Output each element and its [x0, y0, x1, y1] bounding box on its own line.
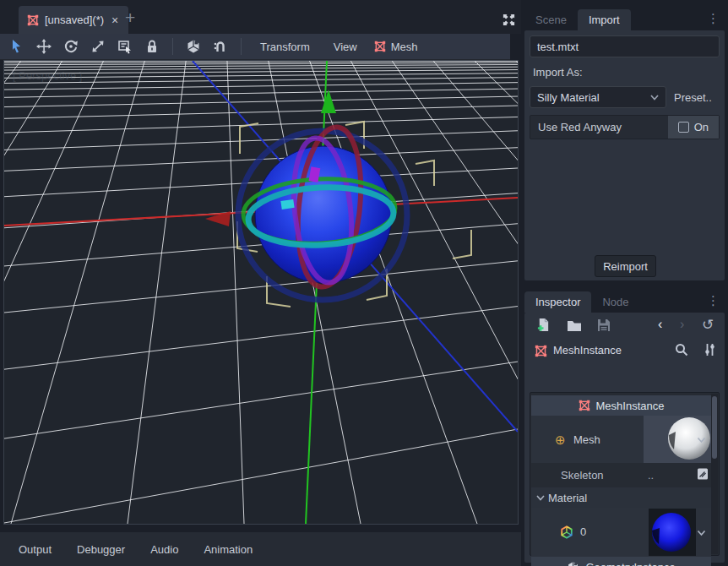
mesh-type-icon: ⊕	[555, 433, 566, 448]
import-dock-tabs: Scene Import	[524, 6, 725, 30]
view-menu[interactable]: View	[327, 41, 364, 53]
toolbar-separator	[172, 38, 173, 55]
select-tool-icon[interactable]	[8, 38, 25, 55]
distraction-free-icon[interactable]	[502, 13, 516, 27]
new-resource-icon[interactable]	[536, 318, 551, 333]
material-preview-thumbnail[interactable]	[649, 509, 696, 556]
option-label: Use Red Anyway	[530, 121, 622, 133]
import-filename: test.mtxt	[537, 41, 579, 53]
mesh-property-label: Mesh	[573, 433, 600, 446]
import-type-dropdown[interactable]: Silly Material	[530, 86, 666, 108]
godot-editor-window: [unsaved](*) × +	[0, 0, 728, 566]
mesh-menu[interactable]: Mesh	[374, 41, 418, 53]
reimport-button[interactable]: Reimport	[595, 255, 656, 277]
history-icon[interactable]: ↺	[702, 316, 714, 334]
meshinstance-icon	[374, 41, 386, 52]
spatial-toolbar: Transform View Mesh	[0, 34, 510, 60]
meshinstance-icon	[579, 400, 590, 411]
gizmo-handle-cyan[interactable]	[280, 199, 294, 210]
import-type-value: Silly Material	[537, 91, 600, 104]
skeleton-value[interactable]: ..	[648, 469, 654, 482]
meshinstance-icon	[535, 345, 547, 357]
option-value-label: On	[694, 121, 709, 133]
skeleton-property-label: Skeleton	[561, 469, 604, 482]
section-meshinstance-label: MeshInstance	[596, 400, 665, 412]
bottom-tab-animation[interactable]: Animation	[197, 540, 259, 559]
bottom-panel-bar: Output Debugger Audio Animation	[0, 532, 521, 566]
cube-icon	[567, 561, 579, 566]
material-section-row[interactable]: Material	[531, 487, 711, 508]
tab-node[interactable]: Node	[591, 291, 639, 313]
inspector-dock-body: ‹ › ↺ MeshInstance	[524, 313, 725, 563]
bottom-tab-output[interactable]: Output	[12, 540, 58, 559]
history-forward-icon[interactable]: ›	[680, 317, 684, 332]
3d-viewport[interactable]: [ Perspective ]	[3, 60, 519, 525]
snap-mode-icon[interactable]	[212, 38, 229, 55]
tab-import[interactable]: Import	[578, 9, 631, 30]
preset-button[interactable]: Preset..	[674, 91, 712, 104]
use-red-anyway-row: Use Red Anyway On	[530, 115, 720, 139]
scene-tab-unsaved[interactable]: [unsaved](*) ×	[19, 6, 128, 34]
collapse-chevron-icon	[536, 494, 545, 501]
option-on-toggle[interactable]: On	[668, 116, 719, 139]
scene-tab-bar: [unsaved](*) × +	[0, 0, 521, 34]
new-scene-tab-button[interactable]: +	[125, 8, 135, 26]
checkbox-icon[interactable]	[678, 122, 689, 133]
material-slot-row: 0	[531, 508, 711, 557]
chevron-down-icon[interactable]	[697, 530, 706, 536]
chevron-down-icon[interactable]	[697, 437, 706, 444]
local-coords-icon[interactable]	[185, 38, 202, 55]
inspector-dock-tabs: Inspector Node	[524, 288, 725, 313]
material-section-label: Material	[548, 492, 587, 504]
right-dock-column: Scene Import ⋮ test.mtxt Import As: Sill…	[521, 0, 728, 566]
material-slot-label: 0	[580, 525, 586, 538]
section-geometryinstance[interactable]: GeometryInstance	[531, 557, 711, 566]
list-select-tool-icon[interactable]	[117, 38, 133, 55]
inspector-dock-menu-icon[interactable]: ⋮	[707, 293, 720, 308]
import-dock-body: test.mtxt Import As: Silly Material Pres…	[524, 30, 725, 280]
bottom-tab-audio[interactable]: Audio	[144, 540, 185, 559]
skeleton-assign-icon[interactable]	[696, 467, 709, 481]
move-tool-icon[interactable]	[35, 38, 52, 55]
scale-tool-icon[interactable]	[90, 38, 106, 55]
material-icon	[560, 525, 573, 539]
mesh-menu-label: Mesh	[391, 41, 418, 53]
import-filename-field[interactable]: test.mtxt	[530, 35, 720, 57]
reimport-button-label: Reimport	[603, 260, 648, 273]
import-dock-menu-icon[interactable]: ⋮	[707, 11, 720, 26]
import-as-label: Import As:	[533, 66, 583, 79]
lock-tool-icon[interactable]	[144, 38, 160, 55]
bottom-tab-debugger[interactable]: Debugger	[70, 540, 132, 559]
object-tools-icon[interactable]	[704, 343, 716, 356]
scene-tab-label: [unsaved](*)	[45, 14, 104, 26]
toolbar-separator	[241, 38, 242, 55]
perspective-label[interactable]: [ Perspective ]	[13, 69, 82, 82]
rotate-tool-icon[interactable]	[62, 38, 79, 55]
tab-close-icon[interactable]: ×	[110, 14, 120, 27]
transform-menu[interactable]: Transform	[253, 41, 317, 53]
chevron-down-icon	[650, 94, 659, 101]
save-resource-icon[interactable]	[597, 318, 611, 332]
section-geometryinstance-label: GeometryInstance	[585, 561, 675, 566]
tab-scene[interactable]: Scene	[524, 9, 578, 30]
inspected-object-name: MeshInstance	[553, 344, 622, 356]
inspector-properties: MeshInstance ⊕ Mesh	[530, 392, 720, 556]
search-icon[interactable]	[675, 343, 688, 356]
meshinstance-icon	[27, 14, 39, 26]
mesh-resource-cell[interactable]	[644, 416, 711, 463]
material-preview-cell[interactable]	[649, 509, 696, 556]
sphere-mesh[interactable]	[255, 146, 392, 283]
section-meshinstance[interactable]: MeshInstance	[531, 395, 711, 416]
mesh-property-row: ⊕ Mesh	[531, 416, 711, 463]
history-back-icon[interactable]: ‹	[658, 317, 662, 332]
load-resource-folder-icon[interactable]	[567, 319, 582, 332]
tab-inspector[interactable]: Inspector	[524, 291, 591, 313]
